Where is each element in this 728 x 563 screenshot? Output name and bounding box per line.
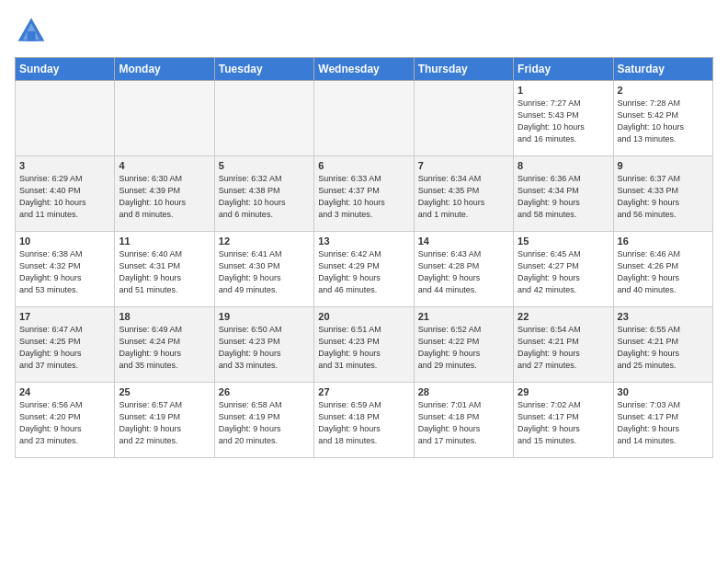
- calendar-cell: 24Sunrise: 6:56 AM Sunset: 4:20 PM Dayli…: [16, 383, 115, 458]
- calendar-cell: 10Sunrise: 6:38 AM Sunset: 4:32 PM Dayli…: [16, 232, 115, 307]
- day-number: 12: [219, 236, 310, 247]
- calendar-cell: 12Sunrise: 6:41 AM Sunset: 4:30 PM Dayli…: [214, 232, 313, 307]
- calendar-cell: 14Sunrise: 6:43 AM Sunset: 4:28 PM Dayli…: [414, 232, 513, 307]
- calendar-cell: 21Sunrise: 6:52 AM Sunset: 4:22 PM Dayli…: [414, 307, 513, 383]
- day-number: 4: [119, 160, 210, 171]
- calendar-cell: [314, 81, 414, 156]
- calendar-cell: 18Sunrise: 6:49 AM Sunset: 4:24 PM Dayli…: [115, 307, 214, 383]
- calendar-header-saturday: Saturday: [613, 58, 712, 81]
- day-info: Sunrise: 6:30 AM Sunset: 4:39 PM Dayligh…: [119, 173, 210, 221]
- day-number: 28: [418, 386, 509, 397]
- calendar-cell: 16Sunrise: 6:46 AM Sunset: 4:26 PM Dayli…: [613, 232, 712, 307]
- calendar-cell: 8Sunrise: 6:36 AM Sunset: 4:34 PM Daylig…: [514, 156, 613, 232]
- day-number: 20: [318, 311, 409, 322]
- calendar-cell: 28Sunrise: 7:01 AM Sunset: 4:18 PM Dayli…: [414, 383, 513, 458]
- calendar-header-monday: Monday: [115, 58, 214, 81]
- day-number: 3: [19, 160, 110, 171]
- day-info: Sunrise: 6:49 AM Sunset: 4:24 PM Dayligh…: [119, 324, 210, 372]
- calendar: SundayMondayTuesdayWednesdayThursdayFrid…: [15, 57, 713, 458]
- day-number: 19: [219, 311, 310, 322]
- day-info: Sunrise: 6:29 AM Sunset: 4:40 PM Dayligh…: [19, 173, 110, 221]
- day-info: Sunrise: 6:42 AM Sunset: 4:29 PM Dayligh…: [318, 248, 409, 296]
- svg-rect-2: [28, 31, 36, 41]
- day-info: Sunrise: 6:50 AM Sunset: 4:23 PM Dayligh…: [219, 324, 310, 372]
- day-number: 11: [119, 236, 210, 247]
- calendar-week-2: 3Sunrise: 6:29 AM Sunset: 4:40 PM Daylig…: [16, 156, 713, 232]
- day-number: 13: [318, 236, 409, 247]
- calendar-cell: [414, 81, 513, 156]
- day-number: 18: [119, 311, 210, 322]
- day-info: Sunrise: 6:36 AM Sunset: 4:34 PM Dayligh…: [518, 173, 609, 221]
- calendar-cell: 20Sunrise: 6:51 AM Sunset: 4:23 PM Dayli…: [314, 307, 414, 383]
- day-number: 8: [518, 160, 609, 171]
- day-info: Sunrise: 7:27 AM Sunset: 5:43 PM Dayligh…: [518, 98, 609, 145]
- day-number: 17: [19, 311, 110, 322]
- calendar-header-friday: Friday: [514, 58, 613, 81]
- day-info: Sunrise: 7:01 AM Sunset: 4:18 PM Dayligh…: [418, 399, 509, 447]
- calendar-cell: [115, 81, 214, 156]
- calendar-cell: 4Sunrise: 6:30 AM Sunset: 4:39 PM Daylig…: [115, 156, 214, 232]
- day-number: 7: [418, 160, 509, 171]
- calendar-week-3: 10Sunrise: 6:38 AM Sunset: 4:32 PM Dayli…: [16, 232, 713, 307]
- header: [15, 15, 713, 48]
- day-number: 27: [318, 386, 409, 397]
- day-info: Sunrise: 6:45 AM Sunset: 4:27 PM Dayligh…: [518, 248, 609, 296]
- calendar-week-1: 1Sunrise: 7:27 AM Sunset: 5:43 PM Daylig…: [16, 81, 713, 156]
- calendar-cell: 2Sunrise: 7:28 AM Sunset: 5:42 PM Daylig…: [613, 81, 712, 156]
- day-info: Sunrise: 6:56 AM Sunset: 4:20 PM Dayligh…: [19, 399, 110, 447]
- day-number: 22: [518, 311, 609, 322]
- day-info: Sunrise: 6:33 AM Sunset: 4:37 PM Dayligh…: [318, 173, 409, 221]
- day-number: 1: [518, 85, 609, 96]
- day-info: Sunrise: 6:51 AM Sunset: 4:23 PM Dayligh…: [318, 324, 409, 372]
- calendar-cell: [214, 81, 313, 156]
- day-number: 29: [518, 386, 609, 397]
- day-info: Sunrise: 6:55 AM Sunset: 4:21 PM Dayligh…: [618, 324, 709, 372]
- calendar-header-wednesday: Wednesday: [314, 58, 414, 81]
- calendar-cell: 5Sunrise: 6:32 AM Sunset: 4:38 PM Daylig…: [214, 156, 313, 232]
- day-info: Sunrise: 6:43 AM Sunset: 4:28 PM Dayligh…: [418, 248, 509, 296]
- day-info: Sunrise: 7:03 AM Sunset: 4:17 PM Dayligh…: [618, 399, 709, 447]
- day-info: Sunrise: 6:47 AM Sunset: 4:25 PM Dayligh…: [19, 324, 110, 372]
- day-number: 21: [418, 311, 509, 322]
- day-info: Sunrise: 6:34 AM Sunset: 4:35 PM Dayligh…: [418, 173, 509, 221]
- calendar-cell: 30Sunrise: 7:03 AM Sunset: 4:17 PM Dayli…: [613, 383, 712, 458]
- day-info: Sunrise: 6:37 AM Sunset: 4:33 PM Dayligh…: [618, 173, 709, 221]
- day-number: 30: [618, 386, 709, 397]
- day-number: 5: [219, 160, 310, 171]
- day-info: Sunrise: 6:58 AM Sunset: 4:19 PM Dayligh…: [219, 399, 310, 447]
- day-info: Sunrise: 6:57 AM Sunset: 4:19 PM Dayligh…: [119, 399, 210, 447]
- calendar-week-5: 24Sunrise: 6:56 AM Sunset: 4:20 PM Dayli…: [16, 383, 713, 458]
- logo-icon: [15, 15, 48, 48]
- day-number: 26: [219, 386, 310, 397]
- calendar-cell: 6Sunrise: 6:33 AM Sunset: 4:37 PM Daylig…: [314, 156, 414, 232]
- page: SundayMondayTuesdayWednesdayThursdayFrid…: [0, 0, 728, 467]
- calendar-cell: 3Sunrise: 6:29 AM Sunset: 4:40 PM Daylig…: [16, 156, 115, 232]
- day-number: 24: [19, 386, 110, 397]
- day-info: Sunrise: 7:28 AM Sunset: 5:42 PM Dayligh…: [618, 98, 709, 145]
- day-number: 23: [618, 311, 709, 322]
- calendar-cell: 17Sunrise: 6:47 AM Sunset: 4:25 PM Dayli…: [16, 307, 115, 383]
- calendar-cell: 13Sunrise: 6:42 AM Sunset: 4:29 PM Dayli…: [314, 232, 414, 307]
- calendar-header-tuesday: Tuesday: [214, 58, 313, 81]
- calendar-cell: 26Sunrise: 6:58 AM Sunset: 4:19 PM Dayli…: [214, 383, 313, 458]
- day-number: 16: [618, 236, 709, 247]
- calendar-cell: 23Sunrise: 6:55 AM Sunset: 4:21 PM Dayli…: [613, 307, 712, 383]
- day-number: 14: [418, 236, 509, 247]
- calendar-header-sunday: Sunday: [16, 58, 115, 81]
- calendar-cell: 25Sunrise: 6:57 AM Sunset: 4:19 PM Dayli…: [115, 383, 214, 458]
- calendar-cell: 9Sunrise: 6:37 AM Sunset: 4:33 PM Daylig…: [613, 156, 712, 232]
- calendar-cell: 22Sunrise: 6:54 AM Sunset: 4:21 PM Dayli…: [514, 307, 613, 383]
- calendar-cell: 19Sunrise: 6:50 AM Sunset: 4:23 PM Dayli…: [214, 307, 313, 383]
- day-info: Sunrise: 6:52 AM Sunset: 4:22 PM Dayligh…: [418, 324, 509, 372]
- day-info: Sunrise: 6:32 AM Sunset: 4:38 PM Dayligh…: [219, 173, 310, 221]
- day-info: Sunrise: 6:46 AM Sunset: 4:26 PM Dayligh…: [618, 248, 709, 296]
- calendar-header-row: SundayMondayTuesdayWednesdayThursdayFrid…: [16, 58, 713, 81]
- day-info: Sunrise: 6:38 AM Sunset: 4:32 PM Dayligh…: [19, 248, 110, 296]
- day-number: 25: [119, 386, 210, 397]
- calendar-cell: 7Sunrise: 6:34 AM Sunset: 4:35 PM Daylig…: [414, 156, 513, 232]
- day-info: Sunrise: 6:59 AM Sunset: 4:18 PM Dayligh…: [318, 399, 409, 447]
- calendar-week-4: 17Sunrise: 6:47 AM Sunset: 4:25 PM Dayli…: [16, 307, 713, 383]
- day-number: 6: [318, 160, 409, 171]
- logo: [15, 15, 51, 48]
- day-info: Sunrise: 7:02 AM Sunset: 4:17 PM Dayligh…: [518, 399, 609, 447]
